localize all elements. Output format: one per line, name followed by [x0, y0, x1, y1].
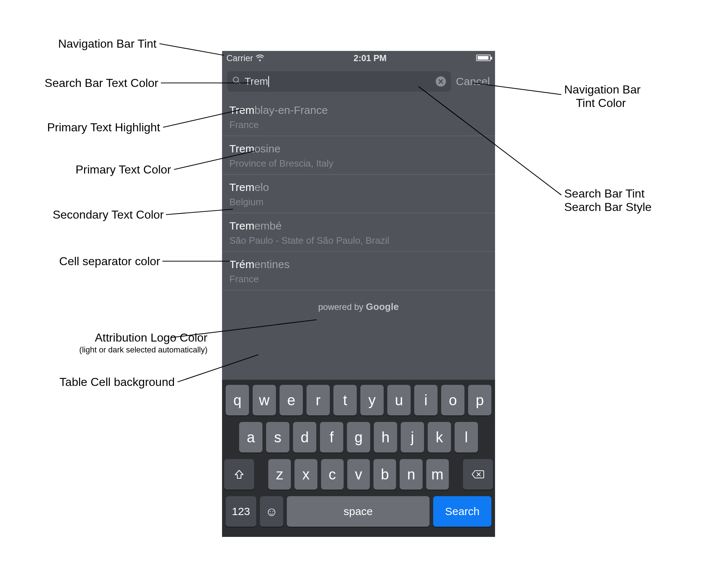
svg-point-0 — [259, 59, 261, 61]
key-g[interactable]: g — [347, 422, 370, 453]
key-c[interactable]: c — [321, 459, 344, 490]
keyboard-row-4: 123 ☺ space Search — [224, 496, 493, 527]
key-numbers[interactable]: 123 — [226, 496, 256, 527]
svg-line-2 — [238, 81, 240, 84]
search-icon — [232, 76, 241, 87]
result-primary: Tremosine — [229, 141, 488, 156]
result-secondary: France — [229, 119, 488, 131]
battery-icon — [476, 53, 491, 63]
result-primary: Trémentines — [229, 257, 488, 272]
result-secondary: Province of Brescia, Italy — [229, 158, 488, 169]
key-r[interactable]: r — [306, 385, 330, 415]
result-cell[interactable]: Tremosine Province of Brescia, Italy — [222, 136, 495, 175]
key-f[interactable]: f — [320, 422, 343, 453]
result-primary: Tremblay-en-France — [229, 103, 488, 118]
results-list: Tremblay-en-France France Tremosine Prov… — [222, 97, 495, 327]
key-y[interactable]: y — [360, 385, 384, 415]
result-secondary: São Paulo - State of São Paulo, Brazil — [229, 235, 488, 246]
result-cell[interactable]: Trémentines France — [222, 252, 495, 290]
keyboard-row-3: z x c v b n m — [224, 459, 493, 490]
result-cell[interactable]: Tremelo Belgium — [222, 175, 495, 213]
phone-frame: Carrier 2:01 PM Trem Cancel — [222, 51, 495, 537]
key-x[interactable]: x — [294, 459, 317, 490]
keyboard-row-1: q w e r t y u i o p — [224, 385, 493, 415]
key-d[interactable]: d — [293, 422, 316, 453]
label-table-cell-background: Table Cell background — [40, 375, 175, 389]
key-m[interactable]: m — [426, 459, 449, 490]
key-p[interactable]: p — [468, 385, 491, 415]
result-primary: Tremembé — [229, 218, 488, 234]
keyboard: q w e r t y u i o p a s d f g h j k l — [222, 380, 495, 537]
key-u[interactable]: u — [387, 385, 411, 415]
status-time: 2:01 PM — [353, 53, 387, 63]
key-t[interactable]: t — [333, 385, 357, 415]
label-primary-text-color: Primary Text Color — [44, 163, 171, 176]
cancel-button[interactable]: Cancel — [456, 75, 490, 88]
key-space[interactable]: space — [287, 496, 430, 527]
key-shift[interactable] — [224, 459, 254, 490]
google-logo: Google — [366, 301, 399, 312]
label-attribution-logo-color: Attribution Logo Color (light or dark se… — [25, 331, 207, 355]
label-secondary-text-color: Secondary Text Color — [29, 208, 164, 222]
key-w[interactable]: w — [253, 385, 276, 415]
label-primary-text-highlight: Primary Text Highlight — [25, 121, 160, 134]
label-search-bar-text-color: Search Bar Text Color — [20, 76, 158, 90]
result-secondary: Belgium — [229, 196, 488, 208]
label-cell-separator-color: Cell separator color — [33, 255, 160, 268]
clear-search-button[interactable] — [436, 76, 446, 87]
key-k[interactable]: k — [428, 422, 451, 453]
svg-line-7 — [159, 44, 224, 55]
status-bar: Carrier 2:01 PM — [222, 51, 495, 65]
key-l[interactable]: l — [455, 422, 478, 453]
text-caret — [268, 76, 269, 87]
result-secondary: France — [229, 274, 488, 285]
key-e[interactable]: e — [280, 385, 303, 415]
result-cell[interactable]: Tremembé São Paulo - State of São Paulo,… — [222, 213, 495, 252]
wifi-icon — [256, 53, 264, 63]
key-s[interactable]: s — [266, 422, 289, 453]
result-primary: Tremelo — [229, 180, 488, 195]
key-z[interactable]: z — [268, 459, 291, 490]
key-b[interactable]: b — [373, 459, 396, 490]
key-n[interactable]: n — [400, 459, 422, 490]
label-nav-bar-tint: Navigation Bar Tint — [36, 37, 157, 51]
search-input-text[interactable]: Trem — [245, 76, 268, 87]
label-search-bar-tint-style: Search Bar Tint Search Bar Style — [564, 187, 652, 214]
keyboard-row-2: a s d f g h j k l — [224, 422, 493, 453]
label-nav-bar-tint-color: Navigation Bar Tint Color — [564, 83, 641, 110]
key-o[interactable]: o — [441, 385, 464, 415]
navigation-bar: Trem Cancel — [222, 65, 495, 97]
key-h[interactable]: h — [374, 422, 397, 453]
result-cell[interactable]: Tremblay-en-France France — [222, 97, 495, 136]
key-backspace[interactable] — [463, 459, 493, 490]
key-search[interactable]: Search — [433, 496, 491, 527]
carrier-label: Carrier — [226, 53, 253, 63]
key-emoji[interactable]: ☺ — [260, 496, 283, 527]
search-field[interactable]: Trem — [227, 71, 451, 92]
key-a[interactable]: a — [239, 422, 262, 453]
key-v[interactable]: v — [347, 459, 370, 490]
key-j[interactable]: j — [401, 422, 424, 453]
key-i[interactable]: i — [414, 385, 438, 415]
key-q[interactable]: q — [226, 385, 249, 415]
attribution: powered by Google — [222, 290, 495, 327]
